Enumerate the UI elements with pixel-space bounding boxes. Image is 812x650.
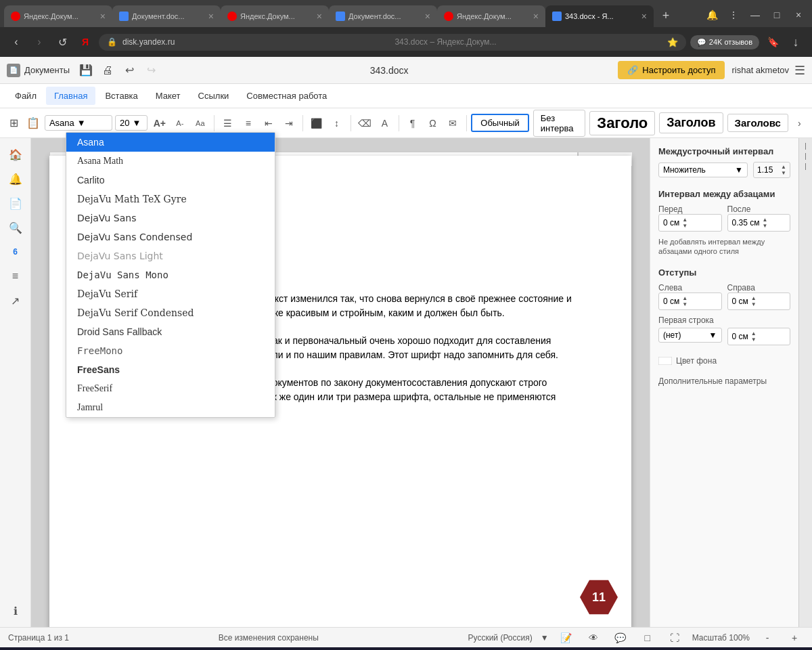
tab-1[interactable]: Яндекс.Докум... × xyxy=(4,5,112,27)
tab-close-2[interactable]: × xyxy=(208,11,214,22)
view-mode-icon[interactable]: □ xyxy=(638,628,657,647)
bullet-list-button[interactable]: ☰ xyxy=(219,114,238,133)
first-line-type-select[interactable]: (нет) ▼ xyxy=(658,328,722,343)
before-spinner[interactable]: ▲ ▼ xyxy=(682,217,687,229)
sidebar-share-icon[interactable]: ↗ xyxy=(5,290,26,311)
font-item-dejavu-math-tex[interactable]: DejaVu Math TeX Gyre xyxy=(66,190,275,209)
tab-6[interactable]: 343.docx - Я... × xyxy=(545,5,654,27)
sidebar-number-icon[interactable]: 6 xyxy=(5,241,26,263)
font-item-carlito[interactable]: Carlito xyxy=(66,171,275,190)
style-no-spacing[interactable]: Без интерва xyxy=(533,110,586,137)
copy-format-button[interactable]: ⊞ xyxy=(5,114,22,133)
style-normal[interactable]: Обычный xyxy=(471,114,528,132)
address-bar[interactable]: 🔒 disk.yandex.ru 343.docx – Яндекс.Докум… xyxy=(99,34,686,51)
tab-close-5[interactable]: × xyxy=(533,11,539,22)
right-indent-down[interactable]: ▼ xyxy=(751,301,757,307)
after-value-input[interactable]: 0.35 см ▲ ▼ xyxy=(727,214,791,232)
sidebar-bell-icon[interactable]: 🔔 xyxy=(5,168,26,190)
menu-file[interactable]: Файл xyxy=(7,87,45,105)
font-selector[interactable]: Asana ▼ xyxy=(45,115,112,131)
font-item-freemono[interactable]: FreeMono xyxy=(66,341,275,360)
font-item-droid-sans[interactable]: Droid Sans Fallback xyxy=(66,322,275,341)
new-tab-button[interactable]: + xyxy=(656,6,675,25)
right-indent-up[interactable]: ▲ xyxy=(751,295,757,301)
right-indent-input[interactable]: 0 см ▲ ▼ xyxy=(727,292,791,310)
font-item-asana[interactable]: Asana xyxy=(66,133,275,152)
menu-layout[interactable]: Макет xyxy=(148,87,189,105)
left-indent-down[interactable]: ▼ xyxy=(682,301,687,307)
format-clear-button[interactable]: ⌫ xyxy=(355,114,374,133)
decrease-font-button[interactable]: A- xyxy=(171,114,189,133)
comment-icon[interactable]: 💬 xyxy=(611,628,630,647)
refresh-button[interactable]: ↺ xyxy=(53,32,72,51)
first-line-up[interactable]: ▲ xyxy=(751,330,757,337)
font-item-dejavu-sans-mono[interactable]: DejaVu Sans Mono xyxy=(66,265,275,284)
highlight-button[interactable]: A xyxy=(376,114,394,133)
vert-btn-1[interactable]: | xyxy=(805,142,807,150)
tab-5[interactable]: Яндекс.Докум... × xyxy=(437,5,545,27)
style-heading3[interactable]: Заголовс xyxy=(727,114,788,132)
redo-button[interactable]: ↪ xyxy=(141,61,160,80)
extra-params-link[interactable]: Дополнительные параметры xyxy=(658,376,790,386)
font-item-dejavu-sans[interactable]: DejaVu Sans xyxy=(66,209,275,228)
spell-check-icon[interactable]: 📝 xyxy=(557,628,576,647)
line-spacing-down[interactable]: ▼ xyxy=(781,170,786,176)
left-indent-up[interactable]: ▲ xyxy=(682,295,687,301)
line-spacing-type-select[interactable]: Множитель ▼ xyxy=(658,162,748,177)
font-item-asana-math[interactable]: Asana Math xyxy=(66,152,275,171)
indent-increase-button[interactable]: ⇥ xyxy=(279,114,298,133)
sidebar-search-icon[interactable]: 🔍 xyxy=(5,217,26,238)
line-spacing-spinner[interactable]: ▲ ▼ xyxy=(781,164,786,176)
tab-close-1[interactable]: × xyxy=(100,11,106,22)
increase-font-button[interactable]: A+ xyxy=(150,114,169,133)
list-level-button[interactable]: ⇤ xyxy=(259,114,278,133)
zoom-out-button[interactable]: - xyxy=(758,628,777,647)
first-line-down[interactable]: ▼ xyxy=(751,337,757,343)
line-spacing-up[interactable]: ▲ xyxy=(781,164,786,170)
fullscreen-icon[interactable]: ⛶ xyxy=(665,628,684,647)
tab-3[interactable]: Яндекс.Докум... × xyxy=(221,5,329,27)
access-button[interactable]: 🔗 Настроить доступ xyxy=(618,61,725,79)
menu-home[interactable]: Главная xyxy=(46,87,95,105)
show-desktop-button[interactable] xyxy=(801,647,807,650)
font-size-selector[interactable]: 20 ▼ xyxy=(115,115,148,131)
first-line-value-input[interactable]: 0 см ▲ ▼ xyxy=(727,328,791,345)
menu-collab[interactable]: Совместная работа xyxy=(238,87,335,105)
numbered-list-button[interactable]: ≡ xyxy=(239,114,258,133)
vert-btn-3[interactable]: | xyxy=(805,162,807,170)
font-item-dejavu-sans-condensed[interactable]: DejaVu Sans Condensed xyxy=(66,228,275,246)
mail-button[interactable]: ✉ xyxy=(443,114,462,133)
after-down[interactable]: ▼ xyxy=(762,223,767,229)
tab-close-3[interactable]: × xyxy=(317,11,322,22)
track-changes-icon[interactable]: 👁 xyxy=(584,628,603,647)
tab-4[interactable]: Документ.doc... × xyxy=(329,5,437,27)
tab-close-4[interactable]: × xyxy=(425,11,430,22)
before-value-input[interactable]: 0 см ▲ ▼ xyxy=(658,214,722,232)
first-line-spinner[interactable]: ▲ ▼ xyxy=(751,330,757,343)
forward-button[interactable]: › xyxy=(30,32,49,51)
maximize-button[interactable]: □ xyxy=(767,5,786,24)
print-button[interactable]: 🖨 xyxy=(98,61,117,80)
sidebar-align-icon[interactable]: ≡ xyxy=(5,265,26,287)
font-item-freeserif[interactable]: FreeSerif xyxy=(66,379,275,398)
tab-2[interactable]: Документ.doc... × xyxy=(112,5,221,27)
menu-links[interactable]: Ссылки xyxy=(190,87,238,105)
before-down[interactable]: ▼ xyxy=(682,223,687,229)
insert-special-button[interactable]: Ω xyxy=(423,114,442,133)
back-button[interactable]: ‹ xyxy=(7,32,26,51)
sidebar-docs-icon[interactable]: 📄 xyxy=(5,192,26,214)
line-spacing-value-input[interactable]: 1.15 ▲ ▼ xyxy=(753,162,790,178)
left-indent-input[interactable]: 0 см ▲ ▼ xyxy=(658,292,722,310)
download-button[interactable]: ↓ xyxy=(786,32,805,51)
sidebar-home-icon[interactable]: 🏠 xyxy=(5,144,26,165)
style-heading1[interactable]: Заголо xyxy=(589,111,655,135)
font-item-freesans[interactable]: FreeSans xyxy=(66,360,275,379)
language-label[interactable]: Русский (Россия) xyxy=(468,633,533,643)
reviews-button[interactable]: 💬 24K отзывов xyxy=(690,35,759,49)
style-heading2[interactable]: Заголов xyxy=(659,112,723,133)
settings-menu[interactable]: ⋮ xyxy=(724,5,743,24)
font-item-dejavu-serif-condensed[interactable]: DejaVu Serif Condensed xyxy=(66,303,275,322)
zoom-in-button[interactable]: + xyxy=(785,628,804,647)
font-case-button[interactable]: Aа xyxy=(191,114,210,133)
undo-button[interactable]: ↩ xyxy=(120,61,139,80)
